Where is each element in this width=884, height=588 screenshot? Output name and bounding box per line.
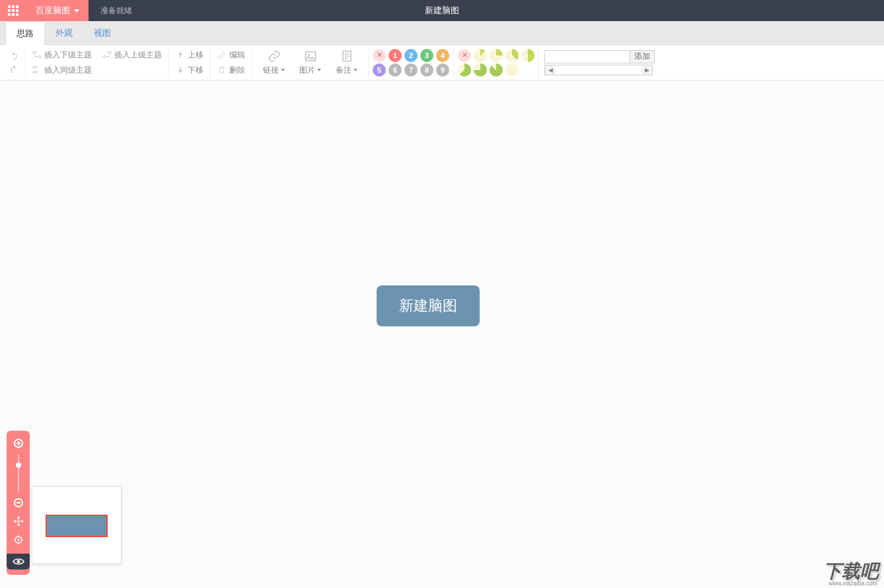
pencil-icon: [217, 50, 227, 59]
toolbar: 插入下级主题 插入上级主题 插入同级主题 上移 下移 编辑 删除 链接 图片 备…: [0, 45, 884, 81]
svg-rect-1: [38, 56, 41, 58]
insert-child-button[interactable]: 插入下级主题: [30, 48, 94, 62]
zoom-out-button[interactable]: [11, 496, 26, 510]
move-down-button[interactable]: 下移: [173, 63, 206, 77]
resource-list: [556, 65, 642, 75]
titlebar: 百度脑图 准备就绪 新建脑图: [0, 0, 884, 21]
note-button[interactable]: 备注: [329, 47, 364, 79]
progress-6[interactable]: [474, 63, 487, 77]
resource-prev-button[interactable]: ◀: [545, 65, 556, 75]
priority-7[interactable]: 7: [404, 63, 418, 77]
tab-appearance[interactable]: 外观: [45, 21, 83, 45]
progress-2[interactable]: [490, 49, 503, 62]
progress-1[interactable]: [474, 49, 487, 62]
svg-point-15: [17, 560, 20, 564]
tree-sibling-icon: [32, 65, 42, 75]
zoom-panel: [7, 431, 30, 575]
undo-button[interactable]: [7, 50, 21, 62]
chevron-down-icon: [281, 69, 285, 71]
apps-button[interactable]: [0, 0, 26, 21]
move-up-label: 上移: [188, 50, 203, 61]
locate-button[interactable]: [11, 533, 26, 547]
image-icon: [304, 50, 317, 63]
attach-group: 链接 图片 备注: [252, 47, 369, 79]
priority-1[interactable]: 1: [388, 49, 402, 62]
document-title[interactable]: 新建脑图: [425, 5, 459, 17]
move-up-button[interactable]: 上移: [173, 48, 206, 62]
zoom-in-icon: [13, 438, 24, 449]
tab-view[interactable]: 视图: [83, 21, 122, 45]
redo-button[interactable]: [7, 63, 21, 75]
svg-rect-4: [33, 67, 36, 69]
root-node[interactable]: 新建脑图: [377, 285, 480, 326]
insert-sibling-label: 插入同级主题: [44, 65, 92, 76]
svg-rect-7: [180, 67, 181, 70]
priority-3[interactable]: 3: [420, 49, 433, 62]
note-label: 备注: [336, 65, 351, 76]
note-icon: [340, 50, 353, 63]
link-icon: [268, 50, 281, 63]
eye-icon: [13, 558, 24, 566]
priority-9[interactable]: 9: [436, 63, 449, 77]
priority-group: ✕ 1 2 3 4 5 6 7 8 9: [369, 47, 454, 79]
svg-rect-6: [180, 55, 181, 57]
insert-sibling-button[interactable]: 插入同级主题: [30, 63, 94, 77]
target-icon: [13, 534, 24, 545]
tab-idea[interactable]: 思路: [5, 21, 45, 45]
toggle-minimap-button[interactable]: [7, 554, 30, 570]
priority-6[interactable]: 6: [388, 63, 402, 77]
chevron-down-icon: [353, 69, 357, 71]
svg-rect-0: [33, 52, 36, 54]
edit-group: 编辑 删除: [211, 47, 252, 79]
apps-grid-icon: [8, 5, 18, 16]
svg-rect-2: [108, 52, 111, 54]
priority-4[interactable]: 4: [436, 49, 449, 62]
history-group: [3, 47, 26, 79]
link-button[interactable]: 链接: [256, 47, 291, 79]
zoom-thumb[interactable]: [16, 462, 21, 468]
move-group: 上移 下移: [169, 47, 211, 79]
trash-icon: [217, 65, 227, 75]
mindmap-canvas[interactable]: 新建脑图: [0, 81, 884, 588]
insert-child-label: 插入下级主题: [44, 50, 92, 61]
chevron-down-icon: [74, 9, 79, 13]
image-button[interactable]: 图片: [293, 47, 328, 79]
progress-7[interactable]: [490, 63, 503, 77]
resource-nav: ◀ ▶: [544, 65, 653, 75]
svg-rect-3: [103, 56, 106, 58]
priority-5[interactable]: 5: [373, 63, 386, 77]
progress-4[interactable]: [521, 49, 534, 62]
brand-label: 百度脑图: [36, 5, 70, 17]
status-text: 准备就绪: [100, 5, 132, 17]
zoom-in-button[interactable]: [11, 436, 26, 451]
edit-button[interactable]: 编辑: [215, 48, 248, 62]
progress-5[interactable]: [458, 63, 471, 77]
priority-2[interactable]: 2: [404, 49, 418, 62]
progress-clear[interactable]: ✕: [458, 49, 471, 62]
resource-input[interactable]: [544, 50, 630, 63]
insert-parent-label: 插入上级主题: [114, 50, 162, 61]
ribbon-tabs: 思路 外观 视图: [0, 21, 884, 45]
progress-group: ✕: [454, 47, 539, 79]
resource-add-button[interactable]: 添加: [630, 50, 655, 63]
insert-parent-button[interactable]: 插入上级主题: [100, 48, 165, 62]
svg-rect-5: [33, 71, 36, 73]
arrow-up-icon: [176, 50, 185, 59]
priority-clear[interactable]: ✕: [373, 49, 386, 62]
undo-icon: [9, 52, 18, 61]
priority-8[interactable]: 8: [420, 63, 433, 77]
progress-done[interactable]: [505, 63, 519, 77]
zoom-slider[interactable]: [18, 455, 19, 492]
resource-next-button[interactable]: ▶: [642, 65, 652, 75]
resource-group: 添加 ◀ ▶: [539, 50, 660, 75]
pan-button[interactable]: [11, 514, 26, 529]
chevron-down-icon: [317, 69, 321, 71]
minimap[interactable]: [32, 486, 122, 564]
tree-child-icon: [32, 50, 42, 59]
delete-button[interactable]: 删除: [215, 63, 248, 77]
brand-menu-button[interactable]: 百度脑图: [26, 0, 89, 21]
arrow-down-icon: [176, 65, 185, 75]
image-label: 图片: [299, 65, 315, 76]
insert-group: 插入下级主题 插入上级主题 插入同级主题: [26, 47, 169, 79]
minimap-viewport[interactable]: [46, 515, 108, 537]
